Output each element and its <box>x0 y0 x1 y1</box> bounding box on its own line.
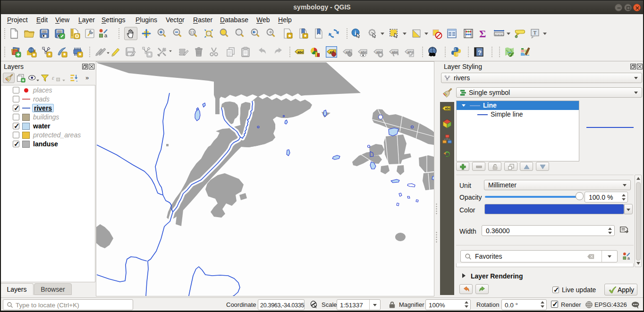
svg-text:abc: abc <box>361 50 367 54</box>
svg-text:a: a <box>627 256 630 261</box>
svg-text:T: T <box>534 30 537 35</box>
svg-text:1:1: 1:1 <box>190 31 195 34</box>
svg-text:Σ: Σ <box>479 28 486 39</box>
svg-text:?: ? <box>478 49 482 56</box>
svg-text:a: a <box>104 33 108 38</box>
svg-text:abc: abc <box>297 50 304 54</box>
svg-text:ε: ε <box>52 75 54 81</box>
svg-text:abc: abc <box>445 107 450 110</box>
